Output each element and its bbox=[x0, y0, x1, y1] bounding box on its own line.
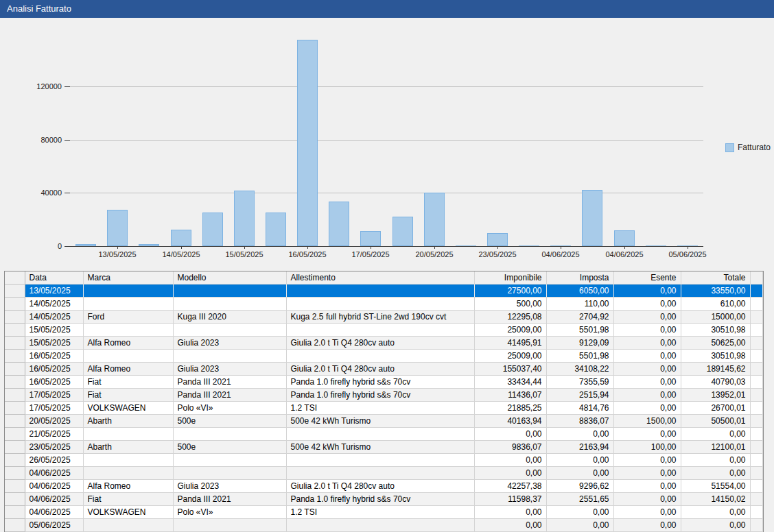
cell-data[interactable]: 15/05/2025 bbox=[25, 337, 83, 350]
table-row[interactable]: 16/05/2025Alfa RomeoGiulia 2023Giulia 2.… bbox=[5, 363, 762, 376]
cell-modello[interactable]: Kuga III 2020 bbox=[173, 311, 286, 324]
cell-marca[interactable]: VOLKSWAGEN bbox=[83, 402, 173, 415]
cell-data[interactable]: 14/05/2025 bbox=[25, 298, 83, 311]
column-header-modello[interactable]: Modello bbox=[173, 271, 286, 285]
cell-marca[interactable]: Alfa Romeo bbox=[83, 363, 173, 376]
cell-totale[interactable]: 51554,00 bbox=[681, 480, 750, 493]
cell-esente[interactable]: 0,00 bbox=[613, 480, 681, 493]
cell-totale[interactable]: 40790,03 bbox=[681, 376, 750, 389]
cell-esente[interactable]: 0,00 bbox=[613, 519, 681, 532]
cell-totale[interactable]: 610,00 bbox=[681, 298, 750, 311]
cell-imposta[interactable]: 5501,98 bbox=[546, 350, 613, 363]
cell-imponibile[interactable]: 0,00 bbox=[474, 467, 546, 480]
cell-imposta[interactable]: 5501,98 bbox=[546, 324, 613, 337]
cell-imposta[interactable]: 6050,00 bbox=[546, 285, 613, 298]
cell-modello[interactable] bbox=[173, 467, 286, 480]
cell-data[interactable]: 15/05/2025 bbox=[25, 324, 83, 337]
cell-esente[interactable]: 0,00 bbox=[613, 402, 681, 415]
cell-esente[interactable]: 0,00 bbox=[613, 389, 681, 402]
cell-imponibile[interactable]: 9836,07 bbox=[474, 441, 546, 454]
cell-modello[interactable]: Giulia 2023 bbox=[173, 363, 286, 376]
cell-imponibile[interactable]: 41495,91 bbox=[474, 337, 546, 350]
cell-modello[interactable]: Panda III 2021 bbox=[173, 389, 286, 402]
cell-modello[interactable] bbox=[173, 428, 286, 441]
cell-marca[interactable]: Ford bbox=[83, 311, 173, 324]
column-header-imponibile[interactable]: Imponibile bbox=[474, 271, 546, 285]
cell-imposta[interactable]: 34108,22 bbox=[546, 363, 613, 376]
row-header-cell[interactable] bbox=[5, 298, 25, 311]
cell-modello[interactable]: Panda III 2021 bbox=[173, 376, 286, 389]
row-header-cell[interactable] bbox=[5, 415, 25, 428]
row-header-cell[interactable] bbox=[5, 389, 25, 402]
column-header-marca[interactable]: Marca bbox=[83, 271, 173, 285]
cell-data[interactable]: 04/06/2025 bbox=[25, 506, 83, 519]
cell-imponibile[interactable]: 33434,44 bbox=[474, 376, 546, 389]
table-row[interactable]: 05/06/20250,000,000,000,00 bbox=[5, 519, 762, 532]
cell-imponibile[interactable]: 12295,08 bbox=[474, 311, 546, 324]
cell-data[interactable]: 04/06/2025 bbox=[25, 467, 83, 480]
cell-marca[interactable]: Alfa Romeo bbox=[83, 480, 173, 493]
column-header-data[interactable]: Data bbox=[25, 271, 83, 285]
table-row[interactable]: 17/05/2025VOLKSWAGENPolo «VI»1.2 TSI2188… bbox=[5, 402, 762, 415]
cell-imposta[interactable]: 4814,76 bbox=[546, 402, 613, 415]
table-row[interactable]: 20/05/2025Abarth500e500e 42 kWh Turismo4… bbox=[5, 415, 762, 428]
table-row[interactable]: 21/05/20250,000,000,000,00 bbox=[5, 428, 762, 441]
cell-allestimento[interactable] bbox=[286, 428, 474, 441]
cell-allestimento[interactable]: 1.2 TSI bbox=[286, 506, 474, 519]
row-header-cell[interactable] bbox=[5, 402, 25, 415]
cell-marca[interactable] bbox=[83, 428, 173, 441]
cell-modello[interactable] bbox=[173, 350, 286, 363]
cell-data[interactable]: 13/05/2025 bbox=[25, 285, 83, 298]
cell-totale[interactable]: 13952,01 bbox=[681, 389, 750, 402]
table-row[interactable]: 15/05/2025Alfa RomeoGiulia 2023Giulia 2.… bbox=[5, 337, 762, 350]
cell-imposta[interactable]: 0,00 bbox=[546, 519, 613, 532]
cell-imponibile[interactable]: 0,00 bbox=[474, 454, 546, 467]
cell-data[interactable]: 04/06/2025 bbox=[25, 493, 83, 506]
table-row[interactable]: 04/06/2025VOLKSWAGENPolo «VI»1.2 TSI0,00… bbox=[5, 506, 762, 519]
cell-totale[interactable]: 0,00 bbox=[681, 506, 750, 519]
cell-totale[interactable]: 26700,01 bbox=[681, 402, 750, 415]
cell-totale[interactable]: 0,00 bbox=[681, 519, 750, 532]
cell-marca[interactable]: Fiat bbox=[83, 493, 173, 506]
cell-imposta[interactable]: 110,00 bbox=[546, 298, 613, 311]
cell-imposta[interactable]: 0,00 bbox=[546, 506, 613, 519]
cell-marca[interactable] bbox=[83, 324, 173, 337]
cell-marca[interactable] bbox=[83, 519, 173, 532]
cell-allestimento[interactable]: Giulia 2.0 t Ti Q4 280cv auto bbox=[286, 337, 474, 350]
table-row[interactable]: 04/06/20250,000,000,000,00 bbox=[5, 467, 762, 480]
cell-totale[interactable]: 0,00 bbox=[681, 454, 750, 467]
cell-allestimento[interactable]: 500e 42 kWh Turismo bbox=[286, 415, 474, 428]
cell-esente[interactable]: 0,00 bbox=[613, 506, 681, 519]
row-header-cell[interactable] bbox=[5, 506, 25, 519]
cell-imposta[interactable]: 0,00 bbox=[546, 467, 613, 480]
grid-corner-header[interactable] bbox=[5, 271, 25, 285]
cell-modello[interactable] bbox=[173, 285, 286, 298]
cell-data[interactable]: 04/06/2025 bbox=[25, 480, 83, 493]
table-row[interactable]: 26/05/20250,000,000,000,00 bbox=[5, 454, 762, 467]
cell-marca[interactable]: Abarth bbox=[83, 415, 173, 428]
cell-imponibile[interactable]: 0,00 bbox=[474, 506, 546, 519]
table-row[interactable]: 17/05/2025FiatPanda III 2021Panda 1.0 fi… bbox=[5, 389, 762, 402]
cell-modello[interactable]: 500e bbox=[173, 415, 286, 428]
column-header-imposta[interactable]: Imposta bbox=[546, 271, 613, 285]
cell-imponibile[interactable]: 155037,40 bbox=[474, 363, 546, 376]
cell-totale[interactable]: 30510,98 bbox=[681, 350, 750, 363]
cell-modello[interactable] bbox=[173, 519, 286, 532]
cell-allestimento[interactable] bbox=[286, 350, 474, 363]
cell-data[interactable]: 26/05/2025 bbox=[25, 454, 83, 467]
table-row[interactable]: 14/05/2025FordKuga III 2020Kuga 2.5 full… bbox=[5, 311, 762, 324]
cell-modello[interactable]: Giulia 2023 bbox=[173, 480, 286, 493]
cell-imponibile[interactable]: 11436,07 bbox=[474, 389, 546, 402]
table-row[interactable]: 14/05/2025500,00110,000,00610,00 bbox=[5, 298, 762, 311]
cell-marca[interactable]: Abarth bbox=[83, 441, 173, 454]
cell-data[interactable]: 17/05/2025 bbox=[25, 389, 83, 402]
cell-marca[interactable] bbox=[83, 298, 173, 311]
cell-marca[interactable] bbox=[83, 350, 173, 363]
row-header-cell[interactable] bbox=[5, 337, 25, 350]
cell-data[interactable]: 16/05/2025 bbox=[25, 363, 83, 376]
cell-data[interactable]: 21/05/2025 bbox=[25, 428, 83, 441]
row-header-cell[interactable] bbox=[5, 285, 25, 298]
cell-totale[interactable]: 14150,02 bbox=[681, 493, 750, 506]
cell-marca[interactable]: Alfa Romeo bbox=[83, 337, 173, 350]
cell-esente[interactable]: 0,00 bbox=[613, 311, 681, 324]
